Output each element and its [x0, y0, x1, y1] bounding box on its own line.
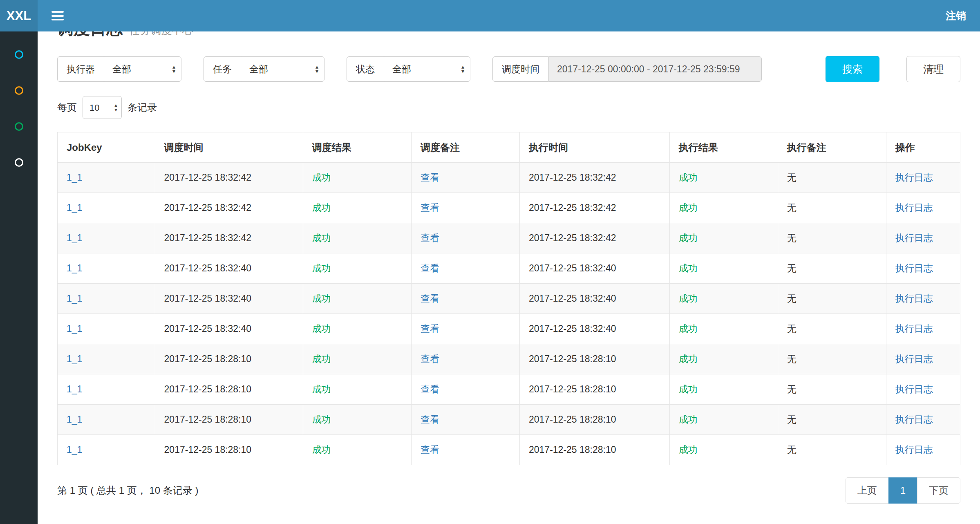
page-size-select: 10 ▴▾: [83, 96, 122, 119]
top-navbar: XXL 注销: [0, 0, 980, 31]
job-key-link[interactable]: 1_1: [67, 444, 82, 455]
hamburger-menu-icon[interactable]: [51, 11, 64, 20]
action-link[interactable]: 执行日志: [895, 263, 933, 273]
job-key-link[interactable]: 1_1: [67, 323, 82, 334]
action-link[interactable]: 执行日志: [895, 354, 933, 364]
status-select-control[interactable]: 全部: [384, 57, 470, 81]
trigger-result-cell: 成功: [312, 354, 331, 364]
pagination-info: 第 1 页 ( 总共 1 页， 10 条记录 ): [57, 484, 198, 497]
log-table: JobKey调度时间调度结果调度备注执行时间执行结果执行备注操作 1_12017…: [57, 132, 960, 465]
trigger-result-cell: 成功: [312, 414, 331, 425]
handle-time-cell: 2017-12-25 18:32:40: [529, 293, 616, 304]
circle-icon: [15, 122, 23, 131]
trigger-msg-link[interactable]: 查看: [421, 444, 439, 455]
trigger-msg-link[interactable]: 查看: [421, 323, 439, 334]
search-button[interactable]: 搜索: [826, 56, 879, 82]
trigger-time-cell: 2017-12-25 18:28:10: [164, 384, 252, 394]
job-filter: 任务 全部 ▴▾: [204, 56, 324, 82]
column-header-2: 调度时间: [155, 132, 303, 163]
job-key-link[interactable]: 1_1: [67, 263, 82, 273]
handle-msg-cell: 无: [787, 233, 797, 243]
action-link[interactable]: 执行日志: [895, 202, 933, 213]
job-key-link[interactable]: 1_1: [67, 414, 82, 425]
circle-icon: [15, 50, 23, 59]
job-key-link[interactable]: 1_1: [67, 202, 82, 213]
action-link[interactable]: 执行日志: [895, 444, 933, 455]
handle-result-cell: 成功: [679, 293, 698, 304]
current-page-button[interactable]: 1: [888, 477, 917, 504]
column-header-1: JobKey: [58, 132, 155, 163]
filter-bar: 执行器 全部 ▴▾ 任务 全部 ▴▾ 状态 全部: [57, 56, 960, 82]
executor-select-control[interactable]: 全部: [104, 57, 181, 81]
trigger-msg-link[interactable]: 查看: [421, 293, 439, 304]
table-row: 1_12017-12-25 18:28:10成功查看2017-12-25 18:…: [58, 374, 960, 405]
next-page-button[interactable]: 下页: [917, 477, 960, 504]
trigger-msg-link[interactable]: 查看: [421, 354, 439, 364]
trigger-msg-link[interactable]: 查看: [421, 263, 439, 273]
job-key-link[interactable]: 1_1: [67, 293, 82, 304]
page-size-bar: 每页 10 ▴▾ 条记录: [57, 96, 960, 119]
app-logo[interactable]: XXL: [0, 0, 38, 31]
executor-filter-label: 执行器: [57, 56, 104, 82]
handle-msg-cell: 无: [787, 293, 797, 304]
trigger-time-cell: 2017-12-25 18:32:40: [164, 293, 252, 304]
handle-time-cell: 2017-12-25 18:28:10: [529, 414, 616, 425]
handle-result-cell: 成功: [679, 444, 698, 455]
action-link[interactable]: 执行日志: [895, 414, 933, 425]
page-size-suffix-label: 条记录: [128, 101, 157, 114]
handle-time-cell: 2017-12-25 18:32:42: [529, 202, 616, 213]
trigger-time-cell: 2017-12-25 18:32:40: [164, 323, 252, 334]
action-link[interactable]: 执行日志: [895, 293, 933, 304]
trigger-time-cell: 2017-12-25 18:32:40: [164, 263, 252, 273]
action-link[interactable]: 执行日志: [895, 384, 933, 394]
trigger-time-range-input[interactable]: [548, 56, 762, 82]
handle-msg-cell: 无: [787, 172, 797, 183]
status-filter-label: 状态: [347, 56, 384, 82]
table-footer: 第 1 页 ( 总共 1 页， 10 条记录 ) 上页 1 下页: [57, 477, 960, 512]
handle-result-cell: 成功: [679, 202, 698, 213]
action-link[interactable]: 执行日志: [895, 172, 933, 183]
trigger-msg-link[interactable]: 查看: [421, 202, 439, 213]
job-filter-label: 任务: [204, 56, 241, 82]
handle-time-cell: 2017-12-25 18:32:42: [529, 172, 616, 183]
sidebar-item-2[interactable]: [0, 72, 38, 108]
table-row: 1_12017-12-25 18:28:10成功查看2017-12-25 18:…: [58, 344, 960, 374]
job-key-link[interactable]: 1_1: [67, 354, 82, 364]
job-key-link[interactable]: 1_1: [67, 384, 82, 394]
trigger-result-cell: 成功: [312, 172, 331, 183]
prev-page-button[interactable]: 上页: [846, 477, 889, 504]
pagination: 上页 1 下页: [846, 477, 960, 504]
trigger-msg-link[interactable]: 查看: [421, 384, 439, 394]
job-select-control[interactable]: 全部: [241, 57, 324, 81]
circle-icon: [15, 86, 23, 95]
trigger-msg-link[interactable]: 查看: [421, 414, 439, 425]
job-key-link[interactable]: 1_1: [67, 172, 82, 183]
handle-result-cell: 成功: [679, 354, 698, 364]
handle-result-cell: 成功: [679, 263, 698, 273]
trigger-msg-link[interactable]: 查看: [421, 172, 439, 183]
handle-time-cell: 2017-12-25 18:32:42: [529, 233, 616, 243]
action-link[interactable]: 执行日志: [895, 323, 933, 334]
job-key-link[interactable]: 1_1: [67, 233, 82, 243]
trigger-result-cell: 成功: [312, 323, 331, 334]
trigger-time-cell: 2017-12-25 18:32:42: [164, 233, 252, 243]
logout-link[interactable]: 注销: [946, 9, 966, 22]
action-link[interactable]: 执行日志: [895, 233, 933, 243]
trigger-time-cell: 2017-12-25 18:28:10: [164, 414, 252, 425]
sidebar-item-3[interactable]: [0, 108, 38, 144]
sidebar-item-4[interactable]: [0, 144, 38, 180]
handle-result-cell: 成功: [679, 323, 698, 334]
sidebar-item-1[interactable]: [0, 36, 38, 72]
clear-button[interactable]: 清理: [906, 56, 960, 82]
column-header-3: 调度结果: [303, 132, 411, 163]
trigger-time-cell: 2017-12-25 18:32:42: [164, 202, 252, 213]
page-size-select-control[interactable]: 10: [83, 97, 121, 118]
trigger-msg-link[interactable]: 查看: [421, 233, 439, 243]
handle-msg-cell: 无: [787, 444, 797, 455]
trigger-time-filter: 调度时间: [492, 56, 762, 82]
table-row: 1_12017-12-25 18:28:10成功查看2017-12-25 18:…: [58, 435, 960, 465]
executor-select: 全部 ▴▾: [104, 56, 181, 82]
handle-time-cell: 2017-12-25 18:28:10: [529, 444, 616, 455]
main-content: 调度日志 任务调度中心 执行器 全部 ▴▾ 任务 全部 ▴▾ 状态: [38, 0, 980, 512]
page-size-prefix-label: 每页: [57, 101, 77, 114]
